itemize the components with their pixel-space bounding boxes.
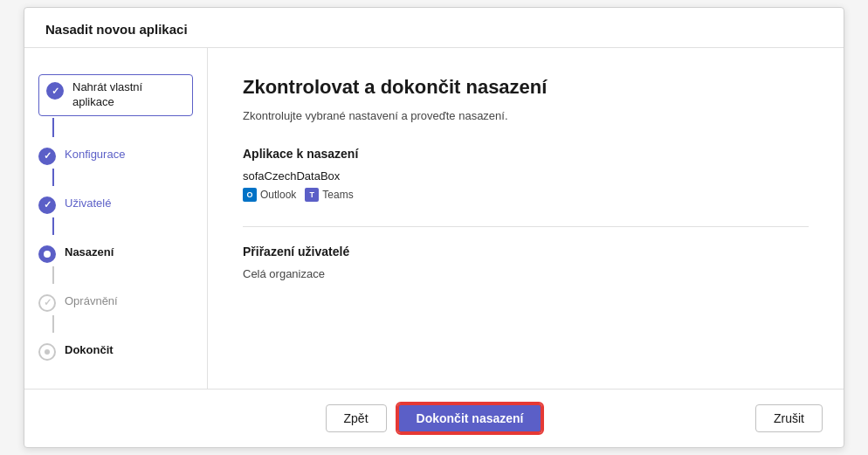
step-konfigurace-icon [38,148,56,165]
dialog-footer: Zpět Dokončit nasazení Zrušit [24,389,844,447]
main-subtitle: Zkontrolujte vybrané nastavení a proveďt… [243,109,809,122]
users-value: Celá organizace [243,267,809,280]
outlook-icon: O [243,188,257,202]
back-button[interactable]: Zpět [326,404,387,432]
users-section: Přiřazení uživatelé Celá organizace [243,245,809,280]
step-nasazeni[interactable]: Nasazení [31,240,200,266]
step-uzivatele-icon [38,196,56,214]
step-konfigurace[interactable]: Konfigurace [31,142,200,169]
step-nahrat-label: Nahrát vlastní aplikace [72,80,185,110]
app-tags: O Outlook T Teams [243,188,809,202]
finish-button[interactable]: Dokončit nasazení [397,403,543,433]
users-section-title: Přiřazení uživatelé [243,245,809,259]
step-nasazeni-label: Nasazení [65,245,114,260]
step-uzivatele-label: Uživatelé [65,196,111,211]
step-opravneni-icon [38,294,56,312]
teams-icon: T [305,188,319,202]
outlook-label: Outlook [260,189,296,201]
teams-label: Teams [322,189,353,201]
dialog-header: Nasadit novou aplikaci [24,8,844,48]
step-dokoncit-icon [38,343,56,361]
step-dokoncit[interactable]: Dokončit [31,338,200,364]
step-nasazeni-icon [38,245,56,263]
sidebar: Nahrát vlastní aplikace Konfigurace [24,48,208,389]
divider [243,226,809,227]
step-konfigurace-label: Konfigurace [65,148,125,162]
app-name: sofaCzechDataBox [243,169,809,183]
dialog-title: Nasadit novou aplikaci [45,22,188,37]
dialog: Nasadit novou aplikaci Nahrát vlastní ap… [24,7,844,448]
step-uzivatele[interactable]: Uživatelé [31,191,200,217]
teams-tag: T Teams [305,188,353,202]
main-title: Zkontrolovat a dokončit nasazení [243,76,809,99]
step-opravneni-label: Oprávnění [65,294,118,309]
cancel-button[interactable]: Zrušit [755,404,823,432]
step-opravneni[interactable]: Oprávnění [31,289,200,315]
step-dokoncit-label: Dokončit [65,343,114,358]
step-nahrat[interactable]: Nahrát vlastní aplikace [38,74,193,116]
main-content: Zkontrolovat a dokončit nasazení Zkontro… [208,48,844,389]
app-section: Aplikace k nasazení sofaCzechDataBox O O… [243,147,809,202]
step-nahrat-icon [46,82,64,100]
outlook-tag: O Outlook [243,188,296,202]
dialog-body: Nahrát vlastní aplikace Konfigurace [24,48,844,389]
app-section-title: Aplikace k nasazení [243,147,809,161]
footer-right: Zrušit [755,404,823,432]
